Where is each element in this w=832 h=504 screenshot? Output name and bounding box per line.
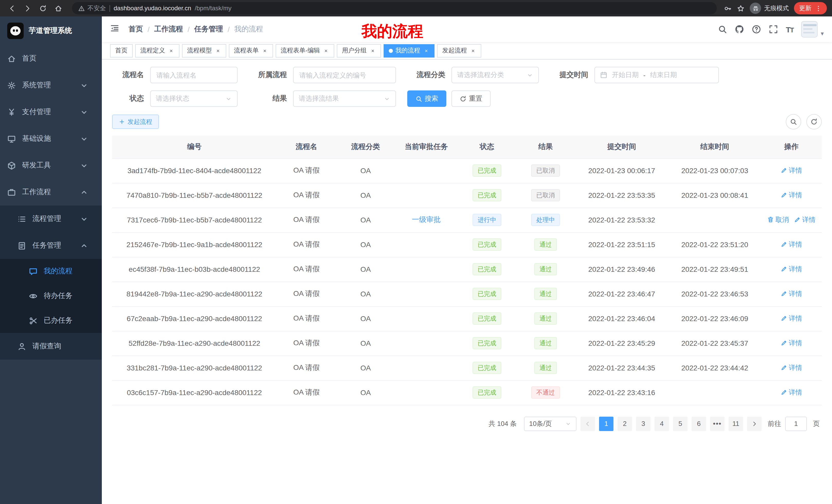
tab-close-icon[interactable] — [423, 47, 430, 54]
header-search-icon[interactable] — [718, 25, 727, 34]
sidebar-item-leave-query[interactable]: 请假查询 — [0, 333, 102, 360]
incognito-profile-chip[interactable]: 无痕模式 — [750, 3, 789, 14]
create-process-button[interactable]: 发起流程 — [112, 115, 159, 129]
tab-close-icon[interactable] — [469, 47, 476, 54]
sidebar-item-dev-tools[interactable]: 研发工具 — [0, 152, 102, 179]
chevron-down-icon — [80, 215, 88, 223]
category-select[interactable]: 请选择流程分类 — [451, 67, 539, 83]
tab-close-icon[interactable] — [369, 47, 376, 54]
logo-area[interactable]: 芋道管理系统 — [0, 17, 102, 45]
status-select[interactable]: 请选择状态 — [150, 90, 238, 107]
sidebar-item-task-management[interactable]: 任务管理 — [0, 232, 102, 259]
browser-back-button[interactable] — [5, 2, 19, 15]
tab-5[interactable]: 用户分组 — [337, 44, 381, 57]
tab-2[interactable]: 流程模型 — [182, 44, 226, 57]
address-bar[interactable]: 不安全 dashboard.yudao.iocoder.cn/bpm/task/… — [72, 2, 717, 15]
parent-process-input[interactable] — [293, 67, 396, 83]
browser-forward-button[interactable] — [21, 2, 34, 15]
tab-7[interactable]: 发起流程 — [437, 44, 481, 57]
current-task-link[interactable]: 一级审批 — [412, 215, 441, 223]
process-name-input[interactable] — [150, 67, 238, 83]
detail-link[interactable]: 详情 — [781, 314, 802, 323]
cancel-link[interactable]: 取消 — [767, 215, 789, 225]
security-chip[interactable]: 不安全 — [78, 4, 106, 12]
sidebar-item-workflow[interactable]: 工作流程 — [0, 179, 102, 205]
sidebar-toggle-button[interactable] — [105, 24, 125, 35]
detail-link[interactable]: 详情 — [794, 215, 815, 225]
sidebar-item-home[interactable]: 首页 — [0, 45, 102, 72]
sidebar-item-my-process[interactable]: 我的流程 — [0, 259, 102, 284]
detail-link[interactable]: 详情 — [781, 166, 802, 175]
breadcrumb-separator: / — [148, 25, 150, 33]
user-menu[interactable]: ▼ — [801, 21, 825, 37]
breadcrumb-item[interactable]: 任务管理 — [194, 25, 223, 34]
date-range-picker[interactable]: 开始日期 - 结束日期 — [594, 67, 719, 83]
reset-button[interactable]: 重置 — [451, 90, 491, 107]
bookmark-star-icon[interactable] — [737, 4, 745, 12]
page-button-2[interactable]: 2 — [618, 416, 632, 431]
github-icon[interactable] — [735, 25, 744, 34]
toggle-search-button[interactable] — [786, 114, 801, 130]
update-button[interactable]: 更新 — [794, 2, 827, 15]
sidebar-item-payment-management[interactable]: 支付管理 — [0, 99, 102, 125]
fullscreen-icon[interactable] — [769, 25, 778, 34]
tab-close-icon[interactable] — [214, 47, 221, 54]
detail-link[interactable]: 详情 — [781, 339, 802, 348]
prev-page-button[interactable] — [580, 416, 595, 431]
cell-submit-time: 2022-01-22 23:46:47 — [575, 282, 669, 306]
status-badge: 已完成 — [473, 189, 501, 201]
tab-1[interactable]: 流程定义 — [135, 44, 179, 57]
next-page-button[interactable] — [747, 416, 761, 431]
tab-close-icon[interactable] — [322, 47, 329, 54]
help-icon[interactable] — [752, 25, 761, 34]
tab-close-icon[interactable] — [261, 47, 268, 54]
sidebar-item-system-management[interactable]: 系统管理 — [0, 72, 102, 99]
cell-submit-time: 2022-01-22 23:53:35 — [575, 183, 669, 207]
refresh-table-button[interactable] — [806, 114, 822, 130]
detail-link[interactable]: 详情 — [781, 264, 802, 274]
detail-link[interactable]: 详情 — [781, 388, 802, 397]
page-button-1[interactable]: 1 — [599, 416, 614, 431]
detail-link[interactable]: 详情 — [781, 191, 802, 200]
page-size-select[interactable]: 10条/页 — [524, 416, 576, 431]
chevron-down-icon — [80, 134, 88, 143]
detail-link[interactable]: 详情 — [781, 240, 802, 249]
sidebar-item-done-task[interactable]: 已办任务 — [0, 308, 102, 333]
tab-close-icon[interactable] — [167, 47, 174, 54]
cell-submit-time: 2022-01-22 23:46:04 — [575, 306, 669, 331]
process-table: 编号流程名流程分类当前审批任务状态结果提交时间结束时间操作 3ad174fb-7… — [112, 136, 822, 405]
status-badge: 进行中 — [473, 214, 501, 226]
detail-link[interactable]: 详情 — [781, 289, 802, 299]
breadcrumb-item[interactable]: 工作流程 — [154, 25, 183, 34]
browser-home-button[interactable] — [51, 2, 65, 15]
tab-0[interactable]: 首页 — [110, 44, 133, 57]
plus-icon — [119, 119, 125, 125]
cell-end-time: 2022-01-23 00:07:03 — [669, 158, 761, 183]
breadcrumb-item[interactable]: 首页 — [129, 25, 143, 34]
page-button-6[interactable]: 6 — [692, 416, 706, 431]
browser-reload-button[interactable] — [36, 2, 49, 15]
cell-task — [395, 380, 458, 405]
cell-name: OA 请假 — [277, 183, 336, 207]
more-pages-button[interactable]: ••• — [710, 416, 725, 431]
cell-id: 03c6c157-7b9a-11ec-a290-acde48001122 — [112, 380, 277, 405]
sidebar-item-process-management[interactable]: 流程管理 — [0, 205, 102, 232]
detail-link[interactable]: 详情 — [781, 363, 802, 372]
page-button-11[interactable]: 11 — [729, 416, 743, 431]
column-header-4: 状态 — [458, 136, 516, 158]
page-button-3[interactable]: 3 — [636, 416, 650, 431]
search-button[interactable]: 搜索 — [407, 90, 446, 107]
page-button-4[interactable]: 4 — [655, 416, 669, 431]
font-size-icon[interactable]: TT — [786, 25, 794, 34]
tab-4[interactable]: 流程表单-编辑 — [276, 44, 334, 57]
page-button-5[interactable]: 5 — [673, 416, 687, 431]
tab-3[interactable]: 流程表单 — [229, 44, 273, 57]
jump-page-input[interactable] — [785, 416, 807, 431]
sidebar-item-infrastructure[interactable]: 基础设施 — [0, 125, 102, 152]
tab-6[interactable]: 我的流程 — [384, 44, 435, 57]
browser-menu-dots-icon[interactable] — [815, 5, 822, 11]
page-size-value: 10条/页 — [529, 419, 552, 428]
result-select[interactable]: 请选择流结果 — [293, 90, 396, 107]
sidebar-item-todo-task[interactable]: 待办任务 — [0, 284, 102, 308]
password-key-icon[interactable] — [724, 4, 732, 12]
